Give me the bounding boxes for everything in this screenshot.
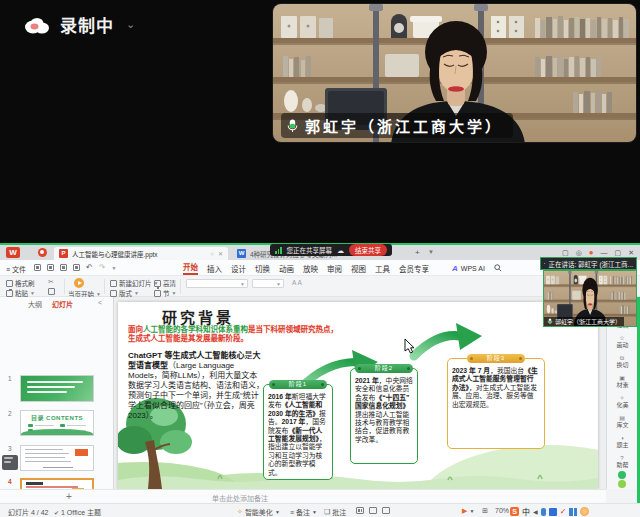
normal-view-icon[interactable] [356, 507, 364, 514]
add-slide-button[interactable]: + [66, 491, 72, 502]
wps-ai-button[interactable]: AWPS AI [452, 264, 502, 273]
output-icon[interactable] [47, 264, 54, 271]
copy-button[interactable] [48, 288, 55, 295]
ribbon-tab-10[interactable]: 会员专享 [399, 263, 429, 274]
minimize-button[interactable]: — [601, 249, 608, 256]
promo-icon[interactable] [618, 480, 626, 488]
slide-editing-area[interactable]: 研究背景 面向人工智能的各学科知识体系重构是当下科研领域研究热点， 生成式人工智… [118, 302, 598, 489]
slide-paragraph[interactable]: ChatGPT 等生成式人工智能核心是大型语言模型（Large Language… [128, 351, 264, 421]
upgrade-icon[interactable]: ● [589, 249, 594, 257]
sidebar-icon: ▣ [619, 375, 625, 381]
file-menu[interactable]: ≡ 文件 [6, 264, 26, 274]
sidebar-item-切换[interactable]: ⧉切换 [607, 355, 637, 375]
ribbon-tab-2[interactable]: 插入 [207, 263, 222, 274]
check-tray-icon[interactable]: ✓ [560, 507, 567, 516]
ribbon-tab-1[interactable]: 开始 [183, 261, 198, 275]
stage-box-2[interactable]: 阶段2 2021 年，中央网络安全和信息化委员会发布《“十四五”国家信息化规划》… [350, 368, 418, 464]
tab-list-chevron[interactable]: ▼ [428, 249, 434, 255]
tab-slides[interactable]: 幻灯片 [52, 299, 73, 309]
sidebar-item-主题[interactable]: ◑主题 [607, 435, 637, 455]
smart-beautify-button[interactable]: ✧智能美化▼ [237, 507, 280, 517]
font-size-select[interactable]: ▼ [252, 279, 284, 288]
play-icon [74, 278, 84, 288]
main-video-tile[interactable]: 郭虹宇（浙江工商大学） [272, 3, 637, 143]
cloud-recording-icon [22, 15, 52, 35]
doc-tab-title: 人工智能与心理健康讲座.pptx [72, 249, 206, 259]
ribbon-tab-8[interactable]: 视图 [351, 263, 366, 274]
tab-close-icon[interactable]: ✕ [218, 250, 223, 257]
fit-slide-button[interactable]: ⊞ [482, 507, 488, 515]
sogou-ime-icon[interactable]: S [510, 507, 519, 516]
slide-thumbnail-1[interactable] [20, 375, 94, 402]
recording-indicator[interactable]: 录制中 ⌄ [22, 12, 135, 37]
restore-icon[interactable]: ▢ [562, 249, 569, 256]
grid-tray-icon[interactable] [569, 508, 577, 516]
ime-lang-icon[interactable]: 中 [522, 506, 530, 517]
slideshow-button[interactable]: ▶▼ [462, 507, 474, 515]
new-slide-button[interactable]: 新建幻灯片▼ [110, 278, 158, 288]
ribbon-tab-5[interactable]: 动画 [279, 263, 294, 274]
page-nav-widget[interactable] [2, 455, 18, 470]
notes-toggle[interactable]: ≡备注▼ [290, 507, 317, 517]
sidebar-promos[interactable] [607, 471, 637, 488]
ribbon-tab-6[interactable]: 放映 [303, 263, 318, 274]
speaker-icon[interactable]: ◀ [533, 508, 538, 515]
redo-icon[interactable]: ↷ [99, 263, 106, 272]
reading-view-icon[interactable] [382, 507, 390, 514]
sidebar-item-动画[interactable]: ☆动画 [607, 335, 637, 355]
screen-share-banner: 您正在共享屏幕 ☁ 结束共享 [270, 244, 392, 256]
close-button[interactable]: ✕ [628, 249, 634, 256]
notes-placeholder[interactable]: 单击此处添加备注 [160, 493, 320, 503]
font-name-select[interactable]: ▼ [186, 279, 248, 288]
chevron-down-icon[interactable]: ⌄ [126, 18, 135, 31]
settings-icon[interactable]: ◎ [576, 249, 582, 256]
wps-logo[interactable]: W [6, 247, 20, 258]
slide-sorter-icon[interactable] [369, 507, 377, 514]
ribbon-tab-3[interactable]: 设计 [231, 263, 246, 274]
slide-title[interactable]: 研究背景 [162, 306, 234, 327]
promo-icon[interactable] [618, 471, 626, 479]
stage-box-1[interactable]: 阶段1 2016 年斯坦福大学发布《人工智能和2030 年的生活》报告。2017… [263, 384, 333, 480]
format-painter-button[interactable]: 格式刷 [6, 278, 35, 288]
participant-video-thumbnail[interactable]: 郭虹宇（浙江工商大学） [543, 270, 637, 327]
ribbon-tab-9[interactable]: 工具 [375, 263, 390, 274]
new-tab-button[interactable]: + [415, 248, 420, 257]
sidebar-item-美化[interactable]: ✧美化 [607, 395, 637, 415]
chevron-down-icon[interactable]: ▼ [111, 265, 116, 271]
tab-outline[interactable]: 大纲 [28, 299, 42, 309]
slide-intro-line2[interactable]: 生成式人工智能是其发展最新阶段。 [128, 334, 248, 343]
tab-sync-icon[interactable]: ○ [210, 251, 214, 257]
slide-thumbnail-3[interactable] [20, 445, 94, 471]
stage-label: 阶段1 [269, 380, 327, 389]
zoom-level[interactable]: 70% [495, 507, 509, 514]
play-button[interactable] [74, 278, 84, 288]
search-icon[interactable] [494, 264, 502, 272]
sidebar-item-文库[interactable]: ▤文库 [607, 415, 637, 435]
panel-header: 大纲 幻灯片 < [0, 299, 114, 312]
recording-label: 录制中 [60, 12, 114, 37]
slide-intro-line1[interactable]: 面向人工智能的各学科知识体系重构是当下科研领域研究热点， [128, 325, 338, 334]
ribbon-tab-4[interactable]: 切换 [255, 263, 270, 274]
undo-icon[interactable]: ↶ [86, 263, 93, 272]
docer-icon[interactable] [38, 248, 47, 257]
collapse-panel-arrow[interactable]: < [98, 299, 102, 306]
font-grow-shrink[interactable]: A A [292, 279, 302, 286]
print-icon[interactable] [60, 264, 67, 271]
cut-button[interactable]: ✂ [48, 278, 54, 286]
system-tray: S 中 ◀ ✓ [510, 506, 589, 517]
stage-box-3[interactable]: 阶段3 2023 年 7 月，我国出台《生成式人工智能服务管理暂行办法》，对生成… [447, 358, 545, 449]
ribbon-tab-7[interactable]: 审阅 [327, 263, 342, 274]
comments-toggle[interactable]: ❑批注 [324, 507, 346, 517]
doc-tab-active[interactable]: P 人工智能与心理健康讲座.pptx ○ ✕ [54, 247, 228, 260]
speaking-indicator[interactable]: 正在讲话: 郭虹宇 (浙江工商... [540, 257, 637, 270]
orange-tray-icon[interactable] [580, 507, 589, 516]
app-tray-icon[interactable] [549, 508, 557, 516]
end-share-button[interactable]: 结束共享 [349, 244, 387, 256]
sidebar-item-素材[interactable]: ▣素材 [607, 375, 637, 395]
slide-thumbnail-2[interactable]: 目录 CONTENTS [20, 410, 94, 436]
maximize-button[interactable]: ▢ [615, 249, 622, 256]
preview-icon[interactable] [73, 264, 80, 271]
hd-button[interactable]: 高清 [154, 278, 176, 288]
save-icon[interactable] [34, 264, 41, 271]
mic-tray-icon[interactable] [541, 508, 546, 516]
